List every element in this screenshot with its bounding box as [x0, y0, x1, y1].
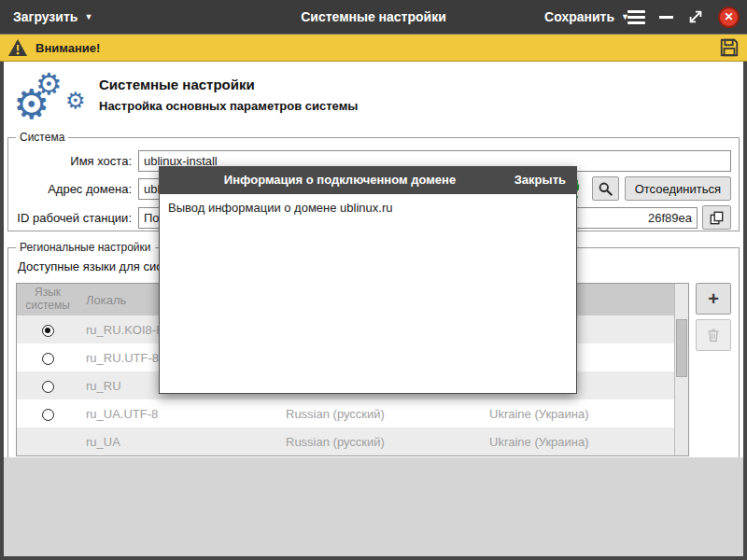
- gears-icon: ⚙⚙⚙: [13, 69, 95, 127]
- page-subtitle: Настройка основных параметров системы: [99, 99, 358, 113]
- expand-icon[interactable]: [687, 8, 704, 25]
- window-title: Системные настройки: [187, 0, 560, 34]
- language-cell: Russian (русский): [278, 427, 482, 455]
- save-menu-label: Сохранить: [544, 9, 614, 24]
- close-icon[interactable]: ✕: [718, 7, 740, 28]
- header-system-language: Язык системы: [17, 284, 78, 315]
- country-cell: Ukraine (Украина): [482, 427, 674, 455]
- copy-button[interactable]: [702, 205, 731, 230]
- dialog-titlebar[interactable]: Информация о подключенном домене Закрыть: [159, 166, 577, 194]
- domain-label: Адрес домена:: [16, 182, 132, 196]
- page-title: Системные настройки: [99, 77, 255, 92]
- system-language-radio[interactable]: [42, 409, 54, 421]
- menu-icon[interactable]: [627, 10, 645, 24]
- domain-info-dialog: Информация о подключенном домене Закрыть…: [159, 166, 577, 394]
- locale-cell: ru_UA.UTF-8: [78, 399, 278, 427]
- warning-bar: Внимание!: [0, 34, 747, 62]
- window-bottom-area: [4, 457, 743, 556]
- minimize-icon[interactable]: [659, 16, 673, 19]
- table-side-buttons: +: [696, 283, 731, 351]
- titlebar: Загрузить ▼ Системные настройки Сохранит…: [0, 0, 747, 34]
- dialog-body-text: Вывод информации о домене ublinux.ru: [168, 201, 392, 215]
- disconnect-button[interactable]: Отсоединиться: [625, 176, 731, 201]
- load-menu-label: Загрузить: [13, 9, 78, 24]
- system-legend: Система: [16, 131, 68, 144]
- system-language-radio[interactable]: [42, 381, 54, 393]
- table-row[interactable]: ru_UA.UTF-8 Russian (русский) Ukraine (У…: [17, 399, 674, 427]
- table-row[interactable]: ru_UA Russian (русский) Ukraine (Украина…: [17, 427, 674, 455]
- locale-cell: ru_UA: [78, 427, 278, 455]
- save-disk-icon[interactable]: [719, 37, 740, 58]
- search-icon: [598, 181, 613, 197]
- trash-icon: [706, 328, 721, 343]
- dialog-close-button[interactable]: Закрыть: [514, 166, 566, 194]
- scrollbar-thumb[interactable]: [676, 319, 687, 377]
- app-window: Загрузить ▼ Системные настройки Сохранит…: [0, 0, 747, 560]
- search-button[interactable]: [592, 176, 619, 201]
- table-scrollbar[interactable]: [674, 284, 688, 455]
- warning-icon: [7, 37, 28, 58]
- delete-locale-button[interactable]: [696, 319, 731, 351]
- dialog-title: Информация о подключенном домене: [187, 166, 493, 194]
- warning-text: Внимание!: [35, 41, 100, 55]
- station-id-label: ID рабочей станции:: [16, 211, 132, 225]
- hostname-label: Имя хоста:: [16, 154, 132, 168]
- system-language-radio[interactable]: [42, 353, 54, 365]
- load-menu-button[interactable]: Загрузить ▼: [13, 0, 92, 34]
- window-controls: ✕: [627, 0, 740, 34]
- add-locale-button[interactable]: +: [696, 283, 731, 315]
- chevron-down-icon: ▼: [84, 13, 92, 21]
- regional-legend: Региональные настройки: [16, 241, 155, 254]
- country-cell: Ukraine (Украина): [482, 399, 674, 427]
- station-id-value-end: 26f89ea: [648, 211, 692, 225]
- system-language-radio[interactable]: [42, 325, 54, 337]
- copy-icon: [709, 210, 725, 226]
- language-cell: Russian (русский): [278, 399, 482, 427]
- save-menu-button[interactable]: Сохранить ▼: [544, 0, 629, 34]
- dialog-body: Вывод информации о домене ublinux.ru: [159, 194, 577, 394]
